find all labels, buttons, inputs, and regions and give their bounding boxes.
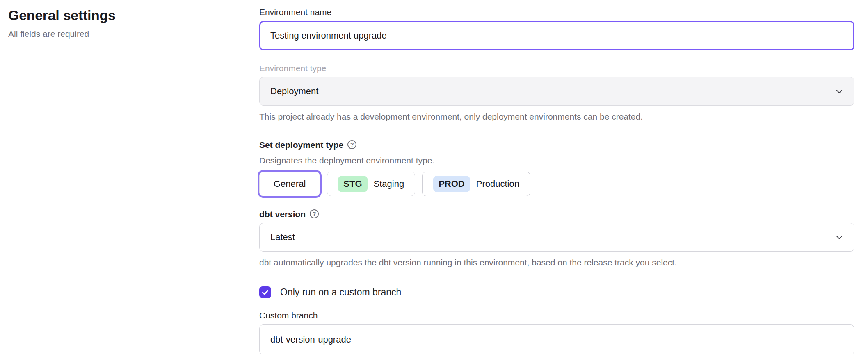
production-option-label: Production bbox=[476, 179, 519, 189]
page-subtitle: All fields are required bbox=[8, 29, 259, 39]
deployment-type-option-general[interactable]: General bbox=[259, 172, 320, 196]
settings-form: Environment name Environment type Deploy… bbox=[259, 0, 854, 354]
help-icon[interactable]: ? bbox=[347, 140, 356, 149]
dbt-version-label-text: dbt version bbox=[259, 209, 306, 219]
settings-page: General settings All fields are required… bbox=[0, 0, 868, 354]
deployment-type-option-staging[interactable]: STG Staging bbox=[327, 172, 415, 196]
production-badge: PROD bbox=[433, 176, 470, 192]
environment-type-label: Environment type bbox=[259, 63, 854, 73]
help-icon[interactable]: ? bbox=[310, 209, 319, 218]
custom-branch-checkbox-label[interactable]: Only run on a custom branch bbox=[280, 287, 401, 298]
chevron-down-icon bbox=[834, 232, 844, 242]
section-header: General settings All fields are required bbox=[0, 0, 259, 354]
environment-name-label: Environment name bbox=[259, 7, 854, 17]
custom-branch-label: Custom branch bbox=[259, 310, 854, 320]
dbt-version-label: dbt version ? bbox=[259, 209, 854, 219]
environment-type-select[interactable]: Deployment bbox=[259, 77, 854, 106]
chevron-down-icon bbox=[834, 86, 844, 96]
environment-type-helper: This project already has a development e… bbox=[259, 111, 854, 122]
general-option-label: General bbox=[274, 179, 306, 189]
deployment-type-helper: Designates the deployment environment ty… bbox=[259, 156, 854, 166]
deployment-type-options: General STG Staging PROD Production bbox=[259, 172, 854, 196]
environment-name-input[interactable] bbox=[259, 21, 854, 50]
dbt-version-select[interactable]: Latest bbox=[259, 223, 854, 252]
custom-branch-checkbox[interactable] bbox=[259, 286, 271, 298]
dbt-version-value: Latest bbox=[270, 232, 295, 243]
custom-branch-input[interactable] bbox=[259, 324, 854, 354]
staging-badge: STG bbox=[338, 176, 367, 192]
page-title: General settings bbox=[8, 7, 259, 24]
environment-type-value: Deployment bbox=[270, 86, 318, 97]
check-icon bbox=[261, 288, 269, 296]
custom-branch-toggle-row: Only run on a custom branch bbox=[259, 286, 854, 298]
deployment-type-option-production[interactable]: PROD Production bbox=[422, 172, 530, 196]
deployment-type-label-text: Set deployment type bbox=[259, 140, 343, 150]
deployment-type-label: Set deployment type ? bbox=[259, 140, 854, 150]
staging-option-label: Staging bbox=[374, 179, 404, 189]
dbt-version-helper: dbt automatically upgrades the dbt versi… bbox=[259, 257, 854, 268]
